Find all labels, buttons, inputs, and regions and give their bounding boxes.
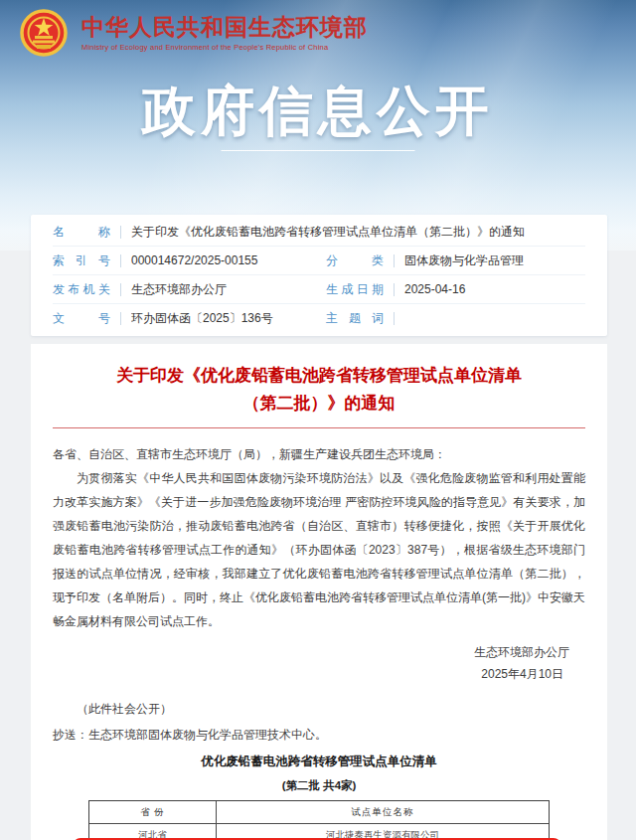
meta-value: 生态环境部办公厅: [131, 281, 316, 298]
attachment-title: 优化废铅蓄电池跨省转移管理试点单位清单: [53, 754, 585, 770]
meta-value: 000014672/2025-00155: [131, 253, 316, 267]
public-disclosure-note: （此件社会公开）: [53, 701, 585, 718]
title-underline: [222, 150, 415, 151]
meta-separator: [120, 312, 121, 325]
meta-value: 固体废物与化学品管理: [404, 252, 585, 269]
attachment-header-row: 省 份试点单位名称: [89, 801, 549, 823]
document-card: 关于印发《优化废铅蓄电池跨省转移管理试点单位清单（第二批）》的通知 各省、自治区…: [31, 344, 607, 840]
meta-label: 文 号: [53, 310, 110, 327]
meta-label: 索 引 号: [53, 252, 110, 269]
meta-separator: [394, 254, 395, 267]
meta-separator: [394, 283, 395, 296]
meta-value: 环办固体函〔2025〕136号: [131, 310, 316, 327]
column-header-unit-name: 试点单位名称: [217, 801, 549, 823]
attachment-subtitle: (第二批 共4家): [53, 778, 585, 793]
body-paragraph: 为贯彻落实《中华人民共和国固体废物污染环境防治法》以及《强化危险废物监管和利用处…: [53, 466, 585, 633]
attachment-table-zone: 省 份试点单位名称河北省河北捷泰再生资源有限公司安徽省安徽鲁控环保有限公司湖南省…: [88, 800, 550, 840]
ministry-name-cn: 中华人民共和国生态环境部: [81, 14, 368, 41]
meta-separator: [120, 254, 121, 267]
meta-label: 名 称: [53, 224, 110, 241]
meta-separator: [120, 283, 121, 296]
ministry-name-en: Ministry of Ecology and Environment of t…: [81, 43, 368, 52]
meta-value: 关于印发《优化废铅蓄电池跨省转移管理试点单位清单（第二批）》的通知: [131, 224, 585, 241]
meta-row: 文 号环办固体函〔2025〕136号主 题 词: [53, 304, 585, 332]
attachment-table: 省 份试点单位名称河北省河北捷泰再生资源有限公司安徽省安徽鲁控环保有限公司湖南省…: [88, 800, 550, 840]
document-title: 关于印发《优化废铅蓄电池跨省转移管理试点单位清单（第二批）》的通知: [53, 362, 585, 418]
meta-row: 发布机关生态环境部办公厅生成日期2025-04-16: [53, 275, 585, 304]
national-emblem-icon: [20, 9, 68, 57]
meta-separator: [120, 226, 121, 239]
title-rule: [53, 427, 585, 428]
signature-date: 2025年4月10日: [53, 663, 585, 685]
ministry-name-block: 中华人民共和国生态环境部 Ministry of Ecology and Env…: [81, 14, 368, 52]
salutation: 各省、自治区、直辖市生态环境厅（局），新疆生产建设兵团生态环境局：: [53, 442, 585, 466]
meta-label: 主 题 词: [326, 310, 384, 327]
document-body: 各省、自治区、直辖市生态环境厅（局），新疆生产建设兵团生态环境局： 为贯彻落实《…: [53, 442, 585, 633]
cc-line: 抄送：生态环境部固体废物与化学品管理技术中心。: [53, 727, 585, 744]
signature-org: 生态环境部办公厅: [53, 641, 585, 663]
ministry-brand[interactable]: 中华人民共和国生态环境部 Ministry of Ecology and Env…: [20, 9, 368, 57]
province-cell: 河北省: [89, 824, 217, 840]
meta-label: 分 类: [326, 252, 384, 269]
meta-row: 索 引 号000014672/2025-00155分 类固体废物与化学品管理: [53, 247, 585, 275]
page-title: 政府信息公开: [0, 76, 636, 148]
meta-separator: [394, 312, 395, 325]
column-header-province: 省 份: [89, 801, 217, 823]
header-banner: 中华人民共和国生态环境部 Ministry of Ecology and Env…: [0, 0, 636, 251]
metadata-card: 名 称关于印发《优化废铅蓄电池跨省转移管理试点单位清单（第二批）》的通知索 引 …: [31, 215, 607, 336]
meta-label: 发布机关: [53, 281, 110, 298]
table-row: 河北省河北捷泰再生资源有限公司: [89, 823, 549, 840]
page: 中华人民共和国生态环境部 Ministry of Ecology and Env…: [0, 0, 636, 840]
meta-label: 生成日期: [326, 281, 384, 298]
meta-row: 名 称关于印发《优化废铅蓄电池跨省转移管理试点单位清单（第二批）》的通知: [53, 218, 585, 247]
company-cell: 河北捷泰再生资源有限公司: [217, 824, 549, 840]
meta-table: 名 称关于印发《优化废铅蓄电池跨省转移管理试点单位清单（第二批）》的通知索 引 …: [53, 218, 585, 332]
meta-value: 2025-04-16: [404, 282, 585, 296]
